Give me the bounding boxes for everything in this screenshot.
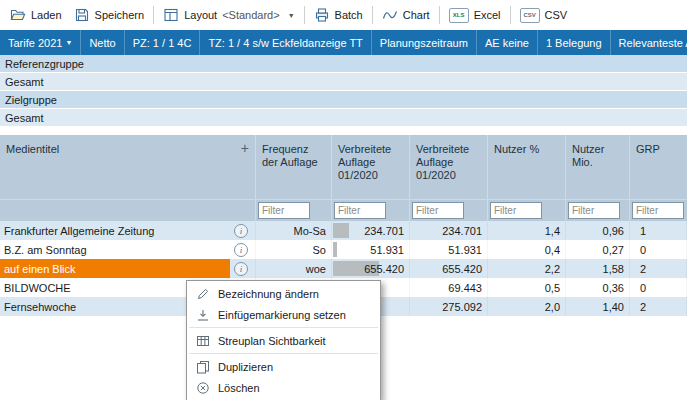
table-row[interactable]: Frankfurter Allgemeine Zeitung i Mo-Sa 2… [0, 221, 687, 240]
auflage-1-value: 51.931 [370, 244, 404, 256]
column-header-verbreitete-auflage-1[interactable]: Verbreitete Auflage 01/2020 [332, 135, 410, 199]
tarife-dropdown[interactable]: Tarife 2021 ▼ [0, 30, 81, 55]
zielgruppe-value-row[interactable]: Gesamt [0, 109, 687, 127]
duplicate-icon [196, 360, 210, 374]
media-title-cell: B.Z. am Sonntag i [0, 240, 256, 259]
netto-label: Netto [89, 37, 115, 49]
open-folder-icon [10, 7, 26, 23]
auflage-2-cell: 655.420 [410, 259, 488, 278]
excel-button-label: Excel [474, 9, 501, 21]
batch-button[interactable]: Batch [308, 4, 369, 26]
auflage-1-cell: 234.701 [332, 221, 410, 240]
frequenz-cell: Mo-Sa [256, 221, 332, 240]
layout-button-label: Layout [184, 9, 217, 21]
nutzer-mio-cell: 1,58 [566, 259, 630, 278]
grp-cell: 1 [630, 221, 687, 240]
referenzgruppe-value-row[interactable]: Gesamt [0, 73, 687, 91]
filter-input-frequenz[interactable] [258, 202, 310, 219]
zielgruppe-label: Zielgruppe [5, 94, 57, 106]
auflage-2-cell: 69.443 [410, 278, 488, 297]
nutzer-pct-cell: 0,4 [488, 240, 566, 259]
chevron-down-icon[interactable]: ▼ [288, 12, 295, 19]
info-icon[interactable]: i [234, 262, 248, 276]
excel-export-button[interactable]: XLS Excel [443, 5, 507, 26]
filter-input-auflage-2[interactable] [412, 202, 464, 219]
menu-item-loeschen[interactable]: Löschen [187, 377, 380, 398]
column-header-nutzer-pct[interactable]: Nutzer % [488, 135, 566, 199]
menu-separator [189, 353, 378, 354]
column-header-verbreitete-auflage-2[interactable]: Verbreitete Auflage 01/2020 [410, 135, 488, 199]
csv-export-button[interactable]: CSV CSV [514, 5, 574, 26]
media-title: B.Z. am Sonntag [0, 240, 230, 259]
belegung-button[interactable]: 1 Belegung [538, 30, 611, 55]
value-bar [333, 223, 349, 238]
filter-input-grp[interactable] [632, 202, 684, 219]
media-title: auf einen Blick [0, 259, 230, 278]
save-icon [74, 7, 90, 23]
nutzer-pct-cell: 2,0 [488, 297, 566, 316]
menu-item-label: Duplizieren [218, 361, 273, 373]
zielgruppe-row[interactable]: Zielgruppe [0, 91, 687, 109]
tz-button[interactable]: TZ: 1 / 4 s/w Eckfeldanzeige TT [200, 30, 371, 55]
table-row[interactable]: B.Z. am Sonntag i So 51.931 51.931 0,4 0… [0, 240, 687, 259]
nutzer-mio-cell: 0,27 [566, 240, 630, 259]
grp-cell: 2 [630, 297, 687, 316]
spacer [0, 127, 687, 135]
column-header-grp[interactable]: GRP [630, 135, 687, 199]
save-button-label: Speichern [95, 9, 145, 21]
media-title: Frankfurter Allgemeine Zeitung [0, 221, 230, 240]
save-button[interactable]: Speichern [68, 4, 151, 26]
nutzer-mio-cell: 1,40 [566, 297, 630, 316]
media-title-cell: auf einen Blick i [0, 259, 256, 278]
load-button[interactable]: Laden [4, 4, 68, 26]
menu-item-streuplan-sichtbarkeit[interactable]: Streuplan Sichtbarkeit [187, 330, 380, 351]
toolbar-separator [153, 6, 154, 24]
netto-button[interactable]: Netto [81, 30, 124, 55]
csv-file-icon: CSV [520, 8, 540, 23]
printer-icon [314, 7, 330, 23]
ae-label: AE keine [485, 37, 529, 49]
csv-button-label: CSV [545, 9, 568, 21]
tz-label: TZ: 1 / 4 s/w Eckfeldanzeige TT [208, 37, 362, 49]
auflage-2-cell: 234.701 [410, 221, 488, 240]
info-icon[interactable]: i [234, 243, 248, 257]
filter-cell-nutzer-mio [566, 200, 630, 221]
filter-input-auflage-1[interactable] [334, 202, 386, 219]
chart-wave-icon [382, 7, 398, 23]
nutzer-pct-cell: 0,5 [488, 278, 566, 297]
menu-separator [189, 327, 378, 328]
auflage-1-cell: 655.420 [332, 259, 410, 278]
column-header-medientitel[interactable]: Medientitel + [0, 135, 256, 199]
relevanteste-auflage-dropdown[interactable]: Relevanteste Auflage ▼ [611, 30, 687, 55]
filter-cell-medientitel [0, 200, 256, 221]
nutzer-mio-cell: 0,96 [566, 221, 630, 240]
menu-item-bezeichnung-aendern[interactable]: Bezeichnung ändern [187, 283, 380, 304]
pz-button[interactable]: PZ: 1 / 1 4C [125, 30, 201, 55]
chart-button[interactable]: Chart [376, 4, 436, 26]
add-column-icon[interactable]: + [241, 143, 249, 154]
filter-input-nutzer-pct[interactable] [490, 202, 542, 219]
grp-cell: 2 [630, 259, 687, 278]
info-icon[interactable]: i [234, 224, 248, 238]
chevron-down-icon: ▼ [65, 39, 72, 46]
referenzgruppe-row[interactable]: Referenzgruppe [0, 55, 687, 73]
media-title-cell: Frankfurter Allgemeine Zeitung i [0, 221, 256, 240]
context-menu: Bezeichnung ändern Einfügemarkierung set… [186, 280, 381, 400]
layout-button[interactable]: Layout <Standard> ▼ [157, 4, 300, 26]
pencil-icon [196, 287, 210, 301]
table-row-selected[interactable]: auf einen Blick i woe 655.420 655.420 2,… [0, 259, 687, 278]
nutzer-mio-cell: 0,36 [566, 278, 630, 297]
pz-label: PZ: 1 / 1 4C [133, 37, 192, 49]
ae-button[interactable]: AE keine [477, 30, 538, 55]
column-header-frequenz[interactable]: Frequenz der Auflage [256, 135, 332, 199]
menu-item-duplizieren[interactable]: Duplizieren [187, 356, 380, 377]
relevanteste-auflage-label: Relevanteste Auflage [619, 37, 687, 49]
planungszeitraum-button[interactable]: Planungszeitraum [372, 30, 477, 55]
column-header-nutzer-mio[interactable]: Nutzer Mio. [566, 135, 630, 199]
menu-item-einfuegemarkierung-setzen[interactable]: Einfügemarkierung setzen [187, 304, 380, 325]
load-button-label: Laden [31, 9, 62, 21]
frequenz-cell: So [256, 240, 332, 259]
filter-input-nutzer-mio[interactable] [568, 202, 620, 219]
auflage-1-value: 655.420 [364, 263, 404, 275]
table-header: Medientitel + Frequenz der Auflage Verbr… [0, 135, 687, 199]
